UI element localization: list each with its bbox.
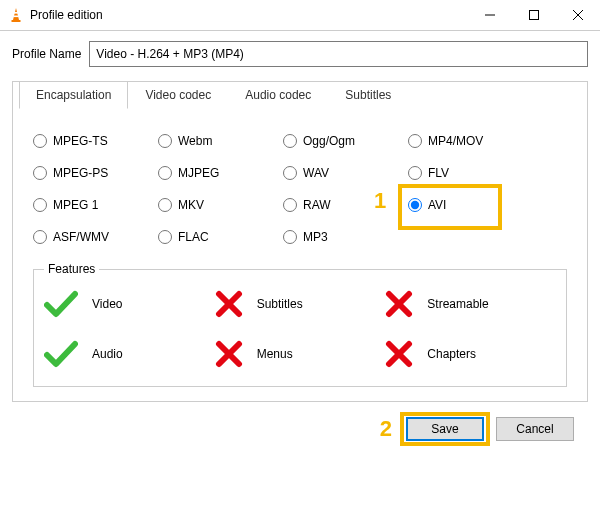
radio-label: WAV <box>303 166 329 180</box>
profile-name-label: Profile Name <box>12 47 81 61</box>
radio-flv-input[interactable] <box>408 166 422 180</box>
feature-video: Video <box>44 290 215 318</box>
dialog-button-row: 2 Save Cancel <box>12 402 588 442</box>
tab-subtitles[interactable]: Subtitles <box>328 81 408 109</box>
annotation-number-2: 2 <box>380 416 392 442</box>
cross-icon <box>215 340 243 368</box>
feature-chapters: Chapters <box>385 340 556 368</box>
radio-avi[interactable]: AVI 1 <box>408 198 567 212</box>
radio-label: MP3 <box>303 230 328 244</box>
radio-label: Ogg/Ogm <box>303 134 355 148</box>
radio-raw-input[interactable] <box>283 198 297 212</box>
svg-rect-3 <box>12 20 21 22</box>
radio-label: MPEG-PS <box>53 166 108 180</box>
radio-avi-input[interactable] <box>408 198 422 212</box>
radio-mp4-input[interactable] <box>408 134 422 148</box>
cross-icon <box>215 290 243 318</box>
radio-mpeg-ps-input[interactable] <box>33 166 47 180</box>
radio-label: MPEG 1 <box>53 198 98 212</box>
close-button[interactable] <box>556 0 600 30</box>
tab-audio-codec[interactable]: Audio codec <box>228 81 328 109</box>
radio-mjpeg[interactable]: MJPEG <box>158 166 283 180</box>
radio-mp3-input[interactable] <box>283 230 297 244</box>
feature-subtitles: Subtitles <box>215 290 386 318</box>
radio-ogg[interactable]: Ogg/Ogm <box>283 134 408 148</box>
radio-label: RAW <box>303 198 331 212</box>
window-controls <box>468 0 600 30</box>
check-icon <box>44 290 78 318</box>
svg-rect-2 <box>13 16 18 18</box>
radio-mpeg-ps[interactable]: MPEG-PS <box>33 166 158 180</box>
check-icon <box>44 340 78 368</box>
feature-label: Video <box>92 297 122 311</box>
titlebar: Profile edition <box>0 0 600 31</box>
radio-mkv[interactable]: MKV <box>158 198 283 212</box>
radio-mp3[interactable]: MP3 <box>283 230 408 244</box>
profile-name-row: Profile Name <box>12 41 588 67</box>
radio-asf[interactable]: ASF/WMV <box>33 230 158 244</box>
feature-label: Subtitles <box>257 297 303 311</box>
radio-label: ASF/WMV <box>53 230 109 244</box>
radio-wav[interactable]: WAV <box>283 166 408 180</box>
radio-mkv-input[interactable] <box>158 198 172 212</box>
radio-webm[interactable]: Webm <box>158 134 283 148</box>
feature-label: Audio <box>92 347 123 361</box>
radio-mpeg1-input[interactable] <box>33 198 47 212</box>
radio-label: MPEG-TS <box>53 134 108 148</box>
minimize-button[interactable] <box>468 0 512 30</box>
radio-asf-input[interactable] <box>33 230 47 244</box>
features-group: Features Video Subtitles <box>33 262 567 387</box>
radio-label: AVI <box>428 198 446 212</box>
svg-marker-0 <box>13 8 19 20</box>
maximize-button[interactable] <box>512 0 556 30</box>
feature-label: Streamable <box>427 297 488 311</box>
vlc-cone-icon <box>8 7 24 23</box>
tabs-container: Encapsulation Video codec Audio codec Su… <box>12 81 588 402</box>
radio-label: MKV <box>178 198 204 212</box>
svg-rect-5 <box>530 11 539 20</box>
cancel-button[interactable]: Cancel <box>496 417 574 441</box>
radio-raw[interactable]: RAW <box>283 198 408 212</box>
radio-label: FLV <box>428 166 449 180</box>
save-button[interactable]: Save <box>406 417 484 441</box>
radio-mp4[interactable]: MP4/MOV <box>408 134 567 148</box>
save-button-wrap: Save <box>406 417 484 441</box>
profile-name-input[interactable] <box>89 41 588 67</box>
feature-label: Chapters <box>427 347 476 361</box>
window-title: Profile edition <box>30 8 468 22</box>
feature-label: Menus <box>257 347 293 361</box>
radio-label: MP4/MOV <box>428 134 483 148</box>
feature-menus: Menus <box>215 340 386 368</box>
radio-flac-input[interactable] <box>158 230 172 244</box>
tab-content-encapsulation: MPEG-TS Webm Ogg/Ogm MP4/MOV MPEG-P <box>13 110 587 401</box>
radio-label: MJPEG <box>178 166 219 180</box>
tab-encapsulation[interactable]: Encapsulation <box>19 81 128 109</box>
radio-webm-input[interactable] <box>158 134 172 148</box>
radio-flac[interactable]: FLAC <box>158 230 283 244</box>
svg-rect-1 <box>14 12 18 14</box>
feature-audio: Audio <box>44 340 215 368</box>
features-grid: Video Subtitles Streamable <box>44 290 556 368</box>
encapsulation-radio-grid: MPEG-TS Webm Ogg/Ogm MP4/MOV MPEG-P <box>33 134 567 244</box>
tab-video-codec[interactable]: Video codec <box>128 81 228 109</box>
feature-streamable: Streamable <box>385 290 556 318</box>
cross-icon <box>385 290 413 318</box>
radio-mpeg1[interactable]: MPEG 1 <box>33 198 158 212</box>
radio-mpeg-ts-input[interactable] <box>33 134 47 148</box>
tab-strip: Encapsulation Video codec Audio codec Su… <box>13 81 587 109</box>
radio-flv[interactable]: FLV <box>408 166 567 180</box>
radio-mpeg-ts[interactable]: MPEG-TS <box>33 134 158 148</box>
radio-label: Webm <box>178 134 212 148</box>
radio-wav-input[interactable] <box>283 166 297 180</box>
radio-label: FLAC <box>178 230 209 244</box>
cross-icon <box>385 340 413 368</box>
features-legend: Features <box>44 262 99 276</box>
radio-ogg-input[interactable] <box>283 134 297 148</box>
radio-mjpeg-input[interactable] <box>158 166 172 180</box>
